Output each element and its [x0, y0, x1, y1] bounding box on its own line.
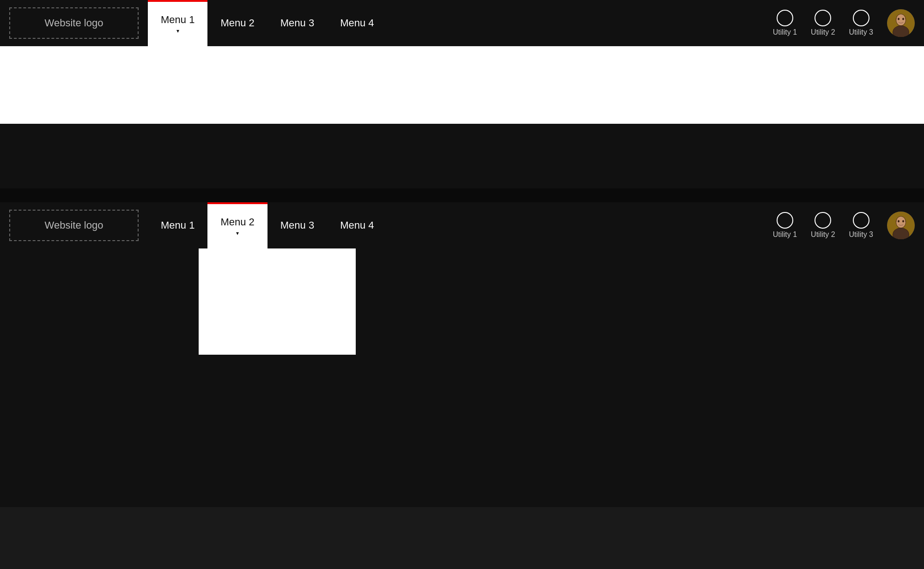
bottom-nav-item-menu3[interactable]: Menu 3: [267, 202, 327, 248]
dropdown-right-fill: [356, 248, 924, 355]
bottom-utility2[interactable]: Utility 2: [811, 212, 835, 239]
top-avatar[interactable]: [887, 9, 915, 37]
top-utility2-label: Utility 2: [811, 28, 835, 36]
bottom-navbar: Website logo Menu 1 Menu 2 ▾ Menu 3 Menu…: [0, 202, 924, 248]
bottom-nav-item-menu4[interactable]: Menu 4: [327, 202, 387, 248]
top-nav-item-menu2[interactable]: Menu 2: [207, 0, 267, 46]
dark-section-1: [0, 124, 924, 188]
bottom-nav-item-menu1[interactable]: Menu 1: [148, 202, 207, 248]
top-nav-label-menu4: Menu 4: [340, 17, 374, 29]
bottom-dropdown-row: [0, 248, 924, 355]
bottom-logo-container[interactable]: Website logo: [9, 210, 139, 241]
bottom-nav-label-menu1: Menu 1: [161, 219, 195, 231]
bottom-nav-label-menu4: Menu 4: [340, 219, 374, 231]
top-utility3-label: Utility 3: [849, 28, 873, 36]
top-nav-item-menu1[interactable]: Menu 1 ▾: [148, 0, 207, 46]
top-dropdown-panel: [0, 46, 924, 124]
utility2-icon: [815, 10, 831, 26]
bottom-nav-label-menu3: Menu 3: [280, 219, 314, 231]
utility1-icon: [777, 10, 793, 26]
dark-strip: [0, 188, 924, 202]
top-nav-right: Utility 1 Utility 2 Utility 3: [773, 9, 915, 37]
svg-point-4: [898, 18, 900, 20]
bottom-nav-menu: Menu 1 Menu 2 ▾ Menu 3 Menu 4: [148, 202, 773, 248]
bottom-avatar[interactable]: [887, 212, 915, 239]
top-utility3[interactable]: Utility 3: [849, 10, 873, 36]
bottom-utility2-icon: [815, 212, 831, 229]
bottom-nav-right: Utility 1 Utility 2 Utility 3: [773, 212, 915, 239]
bottom-logo-text: Website logo: [45, 219, 103, 231]
top-nav-chevron-menu1: ▾: [176, 28, 179, 34]
top-nav-item-menu3[interactable]: Menu 3: [267, 0, 327, 46]
svg-point-5: [902, 18, 904, 20]
top-logo-container[interactable]: Website logo: [9, 7, 139, 39]
dropdown-gap: [0, 248, 199, 355]
top-utility1-label: Utility 1: [773, 28, 797, 36]
top-logo-text: Website logo: [45, 17, 103, 29]
bottom-nav-chevron-menu2: ▾: [236, 230, 239, 236]
top-nav-menu: Menu 1 ▾ Menu 2 Menu 3 Menu 4: [148, 0, 773, 46]
bottom-utility2-label: Utility 2: [811, 230, 835, 239]
top-nav-item-menu4[interactable]: Menu 4: [327, 0, 387, 46]
top-navbar: Website logo Menu 1 ▾ Menu 2 Menu 3 Menu…: [0, 0, 924, 46]
utility3-icon: [853, 10, 869, 26]
top-nav-label-menu1: Menu 1: [161, 14, 195, 26]
bottom-utility1-label: Utility 1: [773, 230, 797, 239]
bottom-utility3-icon: [853, 212, 869, 229]
svg-point-10: [896, 217, 906, 228]
bottom-nav-label-menu2: Menu 2: [220, 216, 254, 228]
below-dropdown-section: [0, 355, 924, 507]
bottom-utility3[interactable]: Utility 3: [849, 212, 873, 239]
bottom-utility3-label: Utility 3: [849, 230, 873, 239]
svg-point-11: [898, 220, 900, 223]
bottom-utility1-icon: [777, 212, 793, 229]
bottom-dropdown-panel: [199, 248, 356, 355]
top-nav-label-menu3: Menu 3: [280, 17, 314, 29]
top-nav-label-menu2: Menu 2: [220, 17, 254, 29]
top-utility2[interactable]: Utility 2: [811, 10, 835, 36]
svg-point-3: [896, 14, 906, 25]
svg-point-12: [902, 220, 904, 223]
top-utility1[interactable]: Utility 1: [773, 10, 797, 36]
bottom-utility1[interactable]: Utility 1: [773, 212, 797, 239]
bottom-nav-item-menu2[interactable]: Menu 2 ▾: [207, 202, 267, 248]
